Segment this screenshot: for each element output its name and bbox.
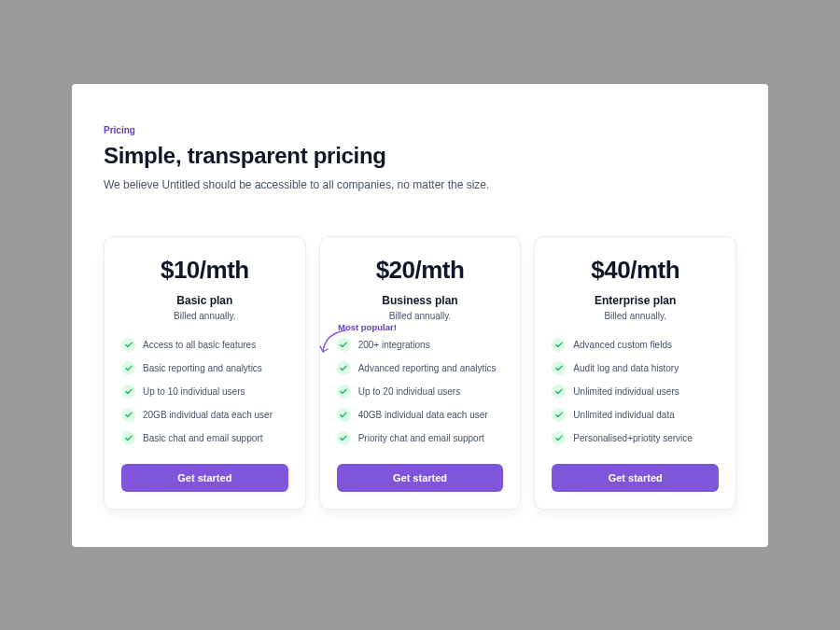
feature-list: Advanced custom fields Audit log and dat… — [552, 338, 719, 445]
feature-list: Access to all basic features Basic repor… — [121, 338, 288, 445]
feature-item: Basic reporting and analytics — [121, 361, 288, 375]
feature-item: Up to 10 individual users — [121, 385, 288, 399]
check-icon — [337, 361, 351, 375]
plan-name: Basic plan — [121, 294, 288, 307]
feature-item: Basic chat and email support — [121, 431, 288, 445]
feature-text: Basic reporting and analytics — [143, 362, 262, 374]
plan-billing: Billed annually. — [552, 311, 719, 321]
plan-billing: Billed annually. — [337, 311, 504, 321]
page-title: Simple, transparent pricing — [104, 143, 736, 169]
check-icon — [552, 408, 566, 422]
feature-text: Advanced custom fields — [573, 339, 672, 351]
feature-text: Advanced reporting and analytics — [358, 362, 497, 374]
callout-label: Most popular! — [338, 322, 397, 332]
feature-item: 20GB individual data each user — [121, 408, 288, 422]
feature-item: Up to 20 individual users — [337, 385, 504, 399]
plan-name: Enterprise plan — [552, 294, 719, 307]
plan-card-enterprise: $40/mth Enterprise plan Billed annually.… — [534, 236, 736, 510]
check-icon — [121, 431, 135, 445]
feature-text: Up to 20 individual users — [358, 385, 461, 398]
feature-item: Advanced custom fields — [552, 338, 719, 352]
get-started-button[interactable]: Get started — [337, 464, 504, 492]
feature-text: Unlimited individual users — [573, 385, 679, 398]
feature-item: Audit log and data history — [552, 361, 719, 375]
feature-item: Unlimited individual data — [552, 408, 719, 422]
check-icon — [337, 431, 351, 445]
feature-item: 40GB individual data each user — [337, 408, 504, 422]
feature-text: Up to 10 individual users — [143, 385, 245, 398]
plan-price: $10/mth — [121, 256, 288, 285]
eyebrow-label: Pricing — [104, 125, 736, 135]
feature-text: Audit log and data history — [573, 362, 679, 374]
feature-list: 200+ integrations Advanced reporting and… — [337, 338, 504, 445]
feature-item: Advanced reporting and analytics — [337, 361, 504, 375]
check-icon — [121, 361, 135, 375]
check-icon — [552, 431, 566, 445]
feature-item: Priority chat and email support — [337, 431, 504, 445]
check-icon — [121, 385, 135, 399]
check-icon — [337, 408, 351, 422]
most-popular-callout: Most popular! — [317, 327, 355, 358]
plan-price: $40/mth — [552, 256, 719, 285]
feature-text: Basic chat and email support — [143, 432, 262, 444]
pricing-sheet: Pricing Simple, transparent pricing We b… — [72, 84, 768, 547]
feature-text: Access to all basic features — [143, 339, 256, 351]
check-icon — [552, 385, 566, 399]
check-icon — [552, 361, 566, 375]
plan-price: $20/mth — [337, 256, 504, 285]
check-icon — [121, 338, 135, 352]
page-subheading: We believe Untitled should be accessible… — [104, 178, 736, 191]
feature-text: Priority chat and email support — [358, 432, 484, 444]
plan-billing: Billed annually. — [121, 311, 288, 321]
get-started-button[interactable]: Get started — [552, 464, 719, 492]
feature-text: 20GB individual data each user — [143, 409, 273, 421]
feature-item: Unlimited individual users — [552, 385, 719, 399]
get-started-button[interactable]: Get started — [121, 464, 288, 492]
feature-item: 200+ integrations — [337, 338, 504, 352]
feature-text: 40GB individual data each user — [358, 409, 488, 421]
check-icon — [121, 408, 135, 422]
plan-card-basic: $10/mth Basic plan Billed annually. Acce… — [104, 236, 306, 510]
feature-item: Access to all basic features — [121, 338, 288, 352]
feature-item: Personalised+priotity service — [552, 431, 719, 445]
feature-text: Personalised+priotity service — [573, 432, 693, 444]
feature-text: Unlimited individual data — [573, 409, 674, 421]
check-icon — [552, 338, 566, 352]
feature-text: 200+ integrations — [358, 339, 430, 351]
check-icon — [337, 385, 351, 399]
plan-card-business: $20/mth Business plan Billed annually. 2… — [319, 236, 522, 510]
plan-name: Business plan — [337, 294, 504, 307]
pricing-cards: $10/mth Basic plan Billed annually. Acce… — [104, 236, 736, 510]
